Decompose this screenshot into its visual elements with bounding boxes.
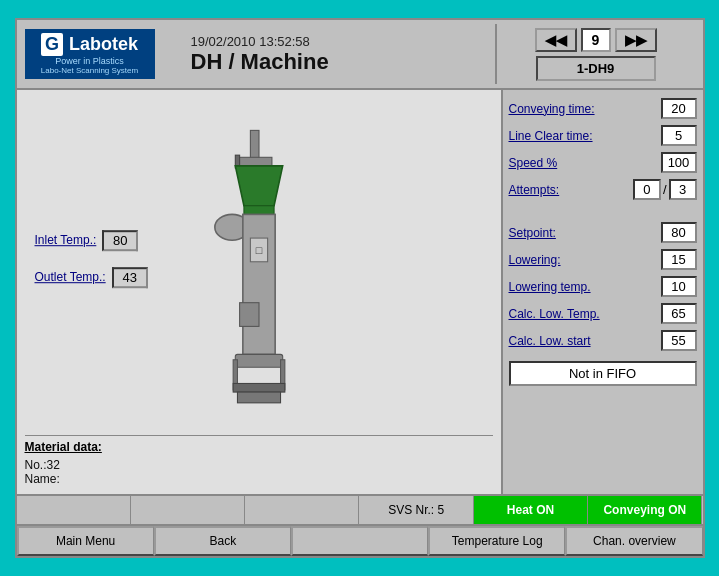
- setpoint-row: Setpoint: 80: [509, 222, 697, 243]
- svg-text:□: □: [255, 244, 262, 256]
- svg-rect-9: [239, 302, 258, 326]
- material-name: Name:: [25, 472, 493, 486]
- material-section: Material data: No.:32 Name:: [25, 435, 493, 486]
- attempts-values: 0 / 3: [633, 179, 697, 200]
- calc-low-start-row: Calc. Low. start 55: [509, 330, 697, 351]
- conveying-time-value: 20: [661, 98, 697, 119]
- attempts-row: Attempts: 0 / 3: [509, 179, 697, 200]
- nav-arrows: ◀◀ 9 ▶▶: [535, 28, 657, 52]
- lowering-temp-label[interactable]: Lowering temp.: [509, 280, 591, 294]
- logo-sub2: Labo-Net Scanning System: [41, 66, 138, 75]
- line-clear-value: 5: [661, 125, 697, 146]
- calc-low-temp-row: Calc. Low. Temp. 65: [509, 303, 697, 324]
- calc-low-temp-value: 65: [661, 303, 697, 324]
- heat-on-status[interactable]: Heat ON: [474, 496, 588, 524]
- svs-label: SVS Nr.: 5: [359, 496, 473, 524]
- nav-next-button[interactable]: ▶▶: [615, 28, 657, 52]
- calc-low-temp-label[interactable]: Calc. Low. Temp.: [509, 307, 600, 321]
- lowering-temp-row: Lowering temp. 10: [509, 276, 697, 297]
- outlet-temp-row: Outlet Temp.: 43: [35, 267, 148, 288]
- svg-rect-13: [233, 383, 285, 392]
- fifo-status: Not in FIFO: [509, 361, 697, 386]
- machine-title: DH / Machine: [191, 49, 329, 75]
- status-bar: SVS Nr.: 5 Heat ON Conveying ON: [17, 494, 703, 524]
- nav-machine-id: 1-DH9: [536, 56, 656, 81]
- conveying-time-label[interactable]: Conveying time:: [509, 102, 595, 116]
- header: G Labotek Power in Plastics Labo-Net Sca…: [17, 20, 703, 90]
- speed-value: 100: [661, 152, 697, 173]
- inlet-temp-value: 80: [102, 230, 138, 251]
- logo-name: Labotek: [69, 34, 138, 55]
- machine-image: Inlet Temp.: 80 Outlet Temp.: 43: [25, 98, 493, 431]
- header-center: 19/02/2010 13:52:58 DH / Machine: [171, 34, 495, 75]
- content: Inlet Temp.: 80 Outlet Temp.: 43: [17, 90, 703, 494]
- lowering-value: 15: [661, 249, 697, 270]
- line-clear-row: Line Clear time: 5: [509, 125, 697, 146]
- svg-rect-6: [242, 214, 274, 354]
- outlet-temp-value: 43: [112, 267, 148, 288]
- status-empty3: [245, 496, 359, 524]
- left-panel: Inlet Temp.: 80 Outlet Temp.: 43: [17, 90, 503, 494]
- lowering-row: Lowering: 15: [509, 249, 697, 270]
- logo-sub1: Power in Plastics: [55, 56, 124, 66]
- line-clear-label[interactable]: Line Clear time:: [509, 129, 593, 143]
- speed-row: Speed % 100: [509, 152, 697, 173]
- outlet-temp-label[interactable]: Outlet Temp.:: [35, 270, 106, 284]
- chan-overview-button[interactable]: Chan. overview: [565, 526, 702, 556]
- back-button[interactable]: Back: [154, 526, 291, 556]
- setpoint-value: 80: [661, 222, 697, 243]
- nav-area: ◀◀ 9 ▶▶ 1-DH9: [495, 24, 695, 84]
- divider1: [509, 206, 697, 216]
- nav-number: 9: [581, 28, 611, 52]
- nav-prev-button[interactable]: ◀◀: [535, 28, 577, 52]
- svg-rect-14: [237, 392, 280, 403]
- attempts-separator: /: [663, 182, 667, 197]
- svg-rect-1: [237, 157, 271, 166]
- status-empty2: [131, 496, 245, 524]
- temp-log-button[interactable]: Temperature Log: [428, 526, 565, 556]
- button-bar: Main Menu Back Temperature Log Chan. ove…: [17, 524, 703, 556]
- conveying-time-row: Conveying time: 20: [509, 98, 697, 119]
- inlet-temp-label[interactable]: Inlet Temp.:: [35, 233, 97, 247]
- inlet-temp-row: Inlet Temp.: 80: [35, 230, 148, 251]
- machine-diagram: □: [179, 125, 339, 405]
- material-no: No.:32: [25, 458, 493, 472]
- main-menu-button[interactable]: Main Menu: [17, 526, 154, 556]
- attempts-value1: 0: [633, 179, 661, 200]
- datetime: 19/02/2010 13:52:58: [191, 34, 310, 49]
- conveying-on-status[interactable]: Conveying ON: [588, 496, 702, 524]
- calc-low-start-value: 55: [661, 330, 697, 351]
- attempts-label[interactable]: Attempts:: [509, 183, 560, 197]
- right-panel: Conveying time: 20 Line Clear time: 5 Sp…: [503, 90, 703, 494]
- temp-labels: Inlet Temp.: 80 Outlet Temp.: 43: [35, 230, 148, 288]
- empty-button1[interactable]: [291, 526, 428, 556]
- logo-g-letter: G: [41, 33, 63, 56]
- svg-rect-4: [243, 205, 273, 214]
- svg-rect-10: [235, 354, 282, 367]
- speed-label[interactable]: Speed %: [509, 156, 558, 170]
- material-header: Material data:: [25, 440, 493, 454]
- status-empty1: [17, 496, 131, 524]
- attempts-value2: 3: [669, 179, 697, 200]
- calc-low-start-label[interactable]: Calc. Low. start: [509, 334, 591, 348]
- lowering-temp-value: 10: [661, 276, 697, 297]
- svg-marker-3: [235, 165, 282, 205]
- setpoint-label[interactable]: Setpoint:: [509, 226, 556, 240]
- lowering-label[interactable]: Lowering:: [509, 253, 561, 267]
- logo: G Labotek Power in Plastics Labo-Net Sca…: [25, 29, 155, 79]
